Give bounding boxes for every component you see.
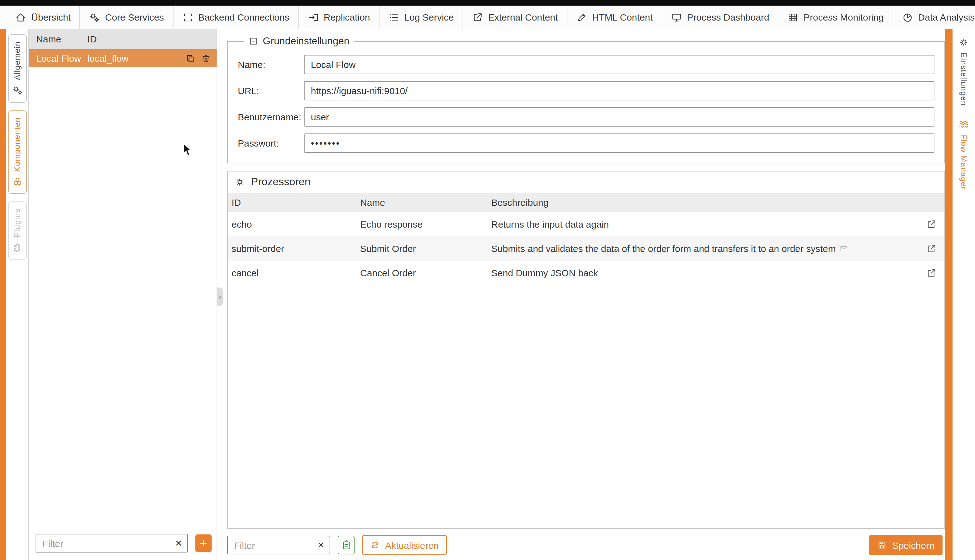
refresh-button[interactable]: Aktualisieren	[362, 535, 447, 555]
external-link-icon	[926, 267, 937, 278]
open-processor-button[interactable]	[926, 267, 937, 278]
nav-tab-html-content[interactable]: HTML Content	[567, 6, 662, 29]
left-tab-allgemein[interactable]: Allgemein	[8, 34, 27, 103]
nav-tab-replication[interactable]: Replication	[299, 6, 379, 29]
nav-tab-data-analysis[interactable]: Data Analysis	[893, 6, 975, 29]
processor-id: cancel	[228, 268, 360, 278]
flow-name: Local Flow	[29, 53, 87, 63]
clear-filter-icon[interactable]: ✕	[175, 538, 182, 548]
window-top-bar	[0, 0, 975, 6]
url-field[interactable]	[304, 81, 935, 100]
main-footer: ✕ Aktualisieren Speichern	[227, 529, 945, 556]
top-nav: ÜbersichtCore ServicesBackend Connection…	[0, 6, 975, 29]
right-tab-einstellungen[interactable]: Einstellungen	[954, 34, 974, 108]
nav-tab-bersicht[interactable]: Übersicht	[6, 6, 80, 29]
nav-tab-label: External Content	[488, 12, 558, 22]
field-label: Passwort:	[238, 138, 304, 148]
grid-icon	[788, 12, 799, 23]
nav-tab-backend-connections[interactable]: Backend Connections	[173, 6, 299, 29]
trash-icon	[201, 53, 211, 63]
delete-flow-button[interactable]	[201, 53, 211, 63]
field-label: Name:	[238, 59, 304, 70]
open-processor-button[interactable]	[926, 218, 937, 230]
right-tab-flow-manager[interactable]: Flow Manager	[954, 116, 974, 192]
form-row: Benutzername:	[238, 107, 935, 127]
processors-table-body: echoEcho responseReturns the input data …	[228, 212, 945, 285]
clipboard-paste-icon	[341, 539, 352, 551]
flow-filter-input[interactable]	[35, 534, 188, 553]
proc-col-name: Name	[360, 197, 491, 208]
left-sidebar-tabs: AllgemeinKomponentenPlugins	[6, 29, 29, 560]
paste-button[interactable]	[338, 536, 355, 554]
save-button[interactable]: Speichern	[869, 535, 943, 555]
flow-list-row[interactable]: Local Flowlocal_flow	[29, 49, 217, 67]
processors-filter: ✕	[227, 536, 330, 554]
processor-name: Cancel Order	[360, 268, 491, 278]
brackets-icon	[182, 12, 193, 23]
benutzername-field[interactable]	[304, 107, 935, 127]
left-tab-komponenten[interactable]: Komponenten	[8, 110, 27, 194]
replication-icon	[308, 12, 319, 23]
copy-flow-button[interactable]	[186, 53, 196, 63]
processors-filter-input[interactable]	[227, 536, 330, 554]
basic-settings-rows: Name:URL:Benutzername:Passwort:	[238, 55, 935, 153]
pen-icon	[576, 12, 587, 23]
gears-icon	[89, 12, 100, 23]
nav-tab-label: Data Analysis	[918, 12, 975, 22]
puzzle-icon	[12, 242, 23, 253]
external-icon	[472, 12, 483, 23]
basic-settings-legend: Grundeinstellungen	[244, 35, 354, 47]
nav-tab-label: Process Dashboard	[687, 12, 769, 22]
passwort-field[interactable]	[304, 133, 935, 153]
nav-tab-label: Übersicht	[31, 12, 71, 22]
flow-list-body: Local Flowlocal_flow	[29, 49, 217, 531]
nav-tab-core-services[interactable]: Core Services	[80, 6, 173, 29]
form-row: Passwort:	[238, 133, 935, 153]
field-label: Benutzername:	[238, 112, 304, 122]
nav-tab-external-content[interactable]: External Content	[463, 6, 567, 29]
external-link-icon	[926, 218, 937, 230]
flow-filter: ✕	[35, 534, 188, 553]
right-edge-bar[interactable]	[945, 29, 953, 560]
name-field[interactable]	[304, 55, 935, 74]
envelope-icon	[840, 244, 848, 253]
nav-tab-label: HTML Content	[592, 12, 652, 22]
processors-table-header: ID Name Beschreibung	[228, 193, 945, 212]
add-flow-button[interactable]: +	[196, 535, 212, 552]
processors-section: Prozessoren ID Name Beschreibung echoEch…	[227, 171, 945, 529]
home-icon	[15, 12, 26, 23]
nav-tab-label: Log Service	[404, 12, 453, 22]
form-row: URL:	[238, 81, 935, 100]
page-body: AllgemeinKomponentenPlugins Name ID Loca…	[0, 29, 975, 560]
left-edge-bar[interactable]	[0, 29, 6, 560]
basic-settings-title: Grundeinstellungen	[263, 35, 350, 47]
processor-row: submit-orderSubmit OrderSubmits and vali…	[228, 237, 945, 261]
flow-list-footer: ✕ +	[29, 531, 217, 560]
processor-description: Returns the input data again	[491, 219, 609, 230]
copy-icon	[186, 53, 196, 63]
nav-tab-process-monitoring[interactable]: Process Monitoring	[779, 6, 893, 29]
external-link-icon	[926, 243, 937, 254]
list-icon	[388, 12, 399, 23]
pie-icon	[902, 12, 913, 23]
flow-list-header: Name ID	[29, 29, 217, 49]
refresh-button-label: Aktualisieren	[385, 540, 439, 550]
basic-settings-fieldset: Grundeinstellungen Name:URL:Benutzername…	[227, 35, 945, 163]
processor-row: cancelCancel OrderSend Dummy JSON back	[228, 261, 945, 285]
nav-tab-label: Replication	[324, 12, 370, 22]
nav-tab-label: Process Monitoring	[804, 12, 884, 22]
clear-filter-icon[interactable]: ✕	[318, 540, 324, 550]
right-sidebar-tabs: EinstellungenFlow Manager	[953, 29, 975, 560]
open-processor-button[interactable]	[926, 243, 937, 254]
tab-label: Flow Manager	[959, 134, 968, 190]
flow-list-col-id: ID	[87, 34, 217, 44]
nav-tab-log-service[interactable]: Log Service	[379, 6, 463, 29]
gears-icon	[12, 85, 23, 96]
left-tab-plugins[interactable]: Plugins	[8, 202, 27, 260]
tab-label: Allgemein	[12, 41, 22, 80]
processor-id: submit-order	[228, 243, 360, 254]
panel-collapse-handle[interactable]: ‹	[217, 287, 223, 306]
collapse-section-icon[interactable]	[248, 36, 258, 46]
monitor-icon	[671, 12, 682, 23]
nav-tab-process-dashboard[interactable]: Process Dashboard	[662, 6, 778, 29]
